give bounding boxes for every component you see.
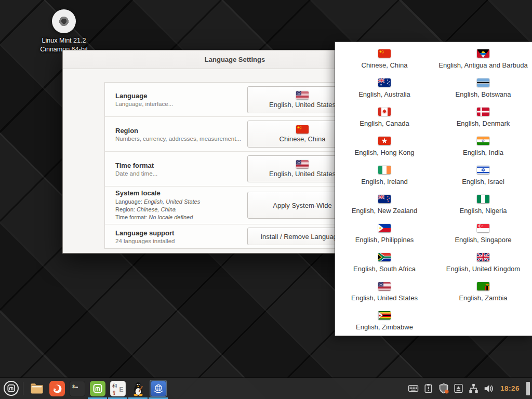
language-option[interactable]: English, Antigua and Barbuda xyxy=(434,45,532,74)
language-option[interactable]: English, Zambia xyxy=(434,277,532,307)
tux-paint-launcher[interactable] xyxy=(128,378,148,399)
language-option-label: English, Ireland xyxy=(361,178,408,185)
settings-row-region: RegionNumbers, currency, addresses, meas… xyxy=(105,116,366,151)
language-option-label: English, Denmark xyxy=(457,119,510,127)
settings-row-language: LanguageLanguage, interface...English, U… xyxy=(105,83,366,116)
language-option-label: English, Antigua and Barbuda xyxy=(438,61,527,69)
language-option[interactable]: Chinese, China xyxy=(335,45,434,74)
tray-icon-area xyxy=(408,383,495,394)
language-option-label: English, Zambia xyxy=(459,294,507,302)
row-subtitle: Numbers, currency, addresses, measuremen… xyxy=(115,136,247,142)
language-option[interactable]: English, New Zealand xyxy=(335,190,434,219)
language-option[interactable]: English, Israel xyxy=(434,161,532,190)
language-option-label: English, Israel xyxy=(462,178,504,185)
row-title: Language xyxy=(115,92,247,100)
firefox-icon xyxy=(48,380,65,397)
language-option[interactable]: English, Hong Kong xyxy=(335,132,434,161)
language-option-label: English, Singapore xyxy=(455,236,511,244)
settings-list: LanguageLanguage, interface...English, U… xyxy=(104,82,366,249)
language-option-label: English, Hong Kong xyxy=(355,149,415,156)
language-option[interactable]: English, Singapore xyxy=(434,219,532,248)
language-option[interactable]: English, Botswana xyxy=(434,74,532,103)
show-desktop-button[interactable] xyxy=(526,382,530,395)
ph-flag-icon xyxy=(378,224,391,232)
us-flag-icon xyxy=(296,160,309,168)
terminal-launcher[interactable]: $ xyxy=(67,378,87,399)
locale-detail-line: Language:English, United States xyxy=(115,198,247,206)
language-picker-popup: Chinese, ChinaEnglish, Antigua and Barbu… xyxy=(335,42,532,336)
ng-flag-icon xyxy=(477,195,489,203)
language-option-label: English, India xyxy=(463,149,503,156)
language-option[interactable]: English, United Kingdom xyxy=(434,248,532,277)
language-option[interactable]: English, Zimbabwe xyxy=(335,307,434,336)
settings-row-time-format: Time formatDate and time...English, Unit… xyxy=(105,151,366,186)
desktop-wallpaper: Linux Mint 21.2 Cinnamon 64-bit Language… xyxy=(0,0,532,399)
desktop-icon-install-media[interactable]: Linux Mint 21.2 Cinnamon 64-bit xyxy=(32,9,96,54)
language-settings-icon xyxy=(150,380,167,397)
firefox-launcher[interactable] xyxy=(47,378,67,399)
volume-icon[interactable] xyxy=(483,383,495,394)
row-subtitle: Date and time... xyxy=(115,170,247,177)
input-languages-launcher[interactable]: 和ฐE xyxy=(108,378,128,399)
ie-flag-icon xyxy=(378,166,391,174)
settings-row-system-locale: System localeLanguage:English, United St… xyxy=(105,186,366,224)
language-option-label: English, Canada xyxy=(360,119,409,127)
mint-software-icon xyxy=(89,380,106,397)
zw-flag-icon xyxy=(378,311,391,320)
input-languages-icon: 和ฐE xyxy=(109,380,126,397)
network-icon[interactable] xyxy=(468,383,480,394)
button-label: Install / Remove Languages xyxy=(260,233,344,241)
row-subtitle: Language, interface... xyxy=(115,101,247,107)
files-launcher[interactable] xyxy=(26,378,47,399)
window-title: Language Settings xyxy=(205,56,265,63)
language-option-label: Chinese, China xyxy=(362,61,408,69)
language-option-label: English, South Africa xyxy=(353,265,416,273)
language-option[interactable]: English, Ireland xyxy=(335,161,434,190)
settings-row-language-support: Language support24 languages installedIn… xyxy=(105,224,366,248)
language-option[interactable]: English, Nigeria xyxy=(434,190,532,219)
button-label: Apply System-Wide xyxy=(273,202,331,209)
keyboard-icon[interactable] xyxy=(408,383,419,394)
language-option[interactable]: English, Philippines xyxy=(335,219,434,248)
svg-text:ฐ: ฐ xyxy=(113,389,115,395)
shield-update-icon[interactable] xyxy=(438,383,449,394)
files-icon xyxy=(28,380,45,397)
language-option[interactable]: English, India xyxy=(434,132,532,161)
sg-flag-icon xyxy=(477,224,489,232)
row-title: System locale xyxy=(115,189,247,197)
au-flag-icon xyxy=(378,78,391,87)
locale-detail-line: Region:Chinese, China xyxy=(115,206,247,214)
detail-value: Chinese, China xyxy=(137,206,176,212)
language-settings-launcher[interactable] xyxy=(148,378,168,399)
mint-menu-button[interactable] xyxy=(0,378,22,399)
language-option[interactable]: English, Australia xyxy=(335,74,434,103)
language-option[interactable]: English, Canada xyxy=(335,103,434,132)
svg-text:和: 和 xyxy=(112,383,117,389)
language-option-label: English, Australia xyxy=(358,90,410,98)
clock[interactable]: 18:26 xyxy=(500,384,520,392)
nz-flag-icon xyxy=(378,195,391,203)
ag-flag-icon xyxy=(477,49,489,58)
language-option-label: English, New Zealand xyxy=(352,207,417,215)
detail-value: English, United States xyxy=(144,198,200,205)
clipboard-alert-icon[interactable] xyxy=(423,383,434,394)
language-option-label: English, United States xyxy=(351,294,418,302)
language-option[interactable]: English, United States xyxy=(335,277,434,307)
row-subtitle: 24 languages installed xyxy=(115,238,247,244)
language-grid: Chinese, ChinaEnglish, Antigua and Barbu… xyxy=(335,42,532,336)
hk-flag-icon xyxy=(378,137,391,145)
mint-software-launcher[interactable] xyxy=(87,378,108,399)
language-option-label: English, Nigeria xyxy=(459,207,507,215)
locale-detail-line: Time format:No locale defined xyxy=(115,214,247,221)
terminal-icon: $ xyxy=(69,380,86,397)
in-flag-icon xyxy=(477,137,489,145)
button-label: Chinese, China xyxy=(280,135,326,143)
language-option[interactable]: English, South Africa xyxy=(335,248,434,277)
detail-label: Language: xyxy=(115,198,142,205)
removable-media-icon[interactable] xyxy=(453,383,464,394)
dk-flag-icon xyxy=(477,108,489,116)
row-title: Time format xyxy=(115,162,247,169)
language-option[interactable]: English, Denmark xyxy=(434,103,532,132)
button-label: English, United States xyxy=(269,101,336,109)
language-option-label: English, Botswana xyxy=(456,90,511,98)
